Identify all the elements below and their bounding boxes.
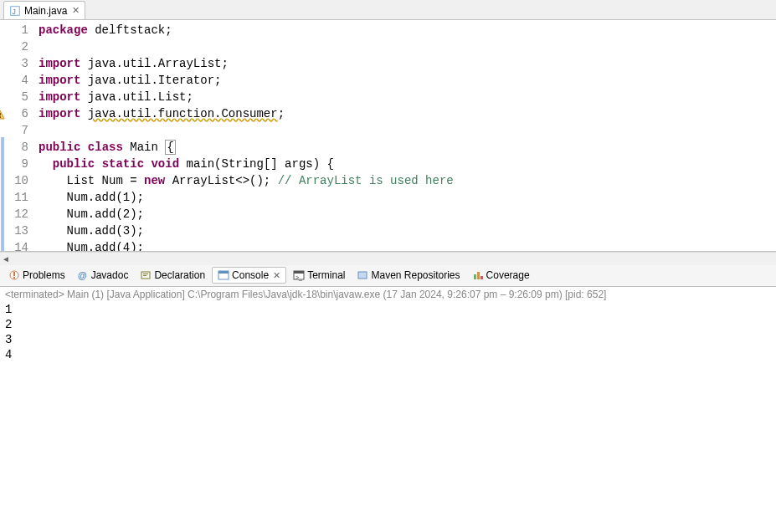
- console-status: <terminated> Main (1) [Java Application]…: [0, 287, 776, 302]
- tab-label: Declaration: [154, 269, 205, 281]
- close-icon[interactable]: ✕: [72, 5, 80, 16]
- console-line: 1: [5, 302, 771, 317]
- maven-icon: [357, 269, 368, 281]
- tab-javadoc[interactable]: @ Javadoc: [72, 268, 134, 283]
- gutter: 12345678910111213141516171819202122: [5, 20, 35, 251]
- close-icon[interactable]: ✕: [273, 270, 280, 281]
- console-output[interactable]: 1234: [0, 302, 776, 533]
- java-file-icon: J: [9, 5, 21, 17]
- editor-tab-title: Main.java: [24, 5, 67, 17]
- tab-declaration[interactable]: Declaration: [135, 268, 210, 283]
- editor-tab-main[interactable]: J Main.java ✕: [3, 1, 85, 19]
- svg-rect-20: [481, 276, 483, 279]
- svg-rect-17: [358, 272, 367, 279]
- svg-rect-13: [218, 271, 229, 274]
- tab-maven[interactable]: Maven Repositories: [352, 268, 465, 283]
- javadoc-icon: @: [77, 269, 89, 281]
- svg-rect-15: [294, 271, 304, 274]
- svg-rect-6: [13, 272, 15, 276]
- tab-label: Maven Repositories: [371, 269, 460, 281]
- svg-text:J: J: [13, 7, 16, 15]
- console-icon: [218, 269, 229, 281]
- problems-icon: [8, 269, 20, 281]
- editor-tab-bar: J Main.java ✕: [0, 0, 776, 20]
- tab-label: Coverage: [486, 269, 530, 281]
- tab-label: Javadoc: [91, 269, 129, 281]
- svg-rect-11: [143, 275, 146, 276]
- tab-label: Problems: [23, 269, 65, 281]
- svg-rect-19: [477, 272, 480, 279]
- tab-label: Console: [232, 269, 269, 281]
- svg-text:@: @: [78, 270, 87, 280]
- console-line: 3: [5, 332, 771, 347]
- declaration-icon: [140, 269, 152, 281]
- svg-rect-7: [13, 277, 15, 279]
- coverage-icon: [472, 269, 484, 281]
- tab-problems[interactable]: Problems: [3, 268, 70, 283]
- tab-terminal[interactable]: >_ Terminal: [288, 268, 350, 283]
- views-tab-bar: Problems @ Javadoc Declaration Console ✕…: [0, 265, 776, 287]
- svg-rect-4: [0, 116, 1, 118]
- scroll-left-icon[interactable]: ◄: [0, 253, 12, 264]
- tab-console[interactable]: Console ✕: [212, 267, 286, 284]
- tab-coverage[interactable]: Coverage: [467, 268, 535, 283]
- console-line: 2: [5, 317, 771, 332]
- svg-text:>_: >_: [295, 274, 302, 281]
- console-line: 4: [5, 347, 771, 362]
- svg-rect-18: [474, 274, 476, 279]
- code-editor[interactable]: 12345678910111213141516171819202122 pack…: [0, 20, 776, 252]
- terminal-icon: >_: [293, 269, 305, 281]
- svg-rect-10: [143, 274, 148, 274]
- tab-label: Terminal: [307, 269, 345, 281]
- horizontal-scrollbar[interactable]: ◄: [0, 252, 776, 265]
- code-content[interactable]: package delftstack;import java.util.Arra…: [35, 20, 776, 251]
- warning-icon: [0, 108, 5, 118]
- svg-rect-3: [0, 113, 1, 115]
